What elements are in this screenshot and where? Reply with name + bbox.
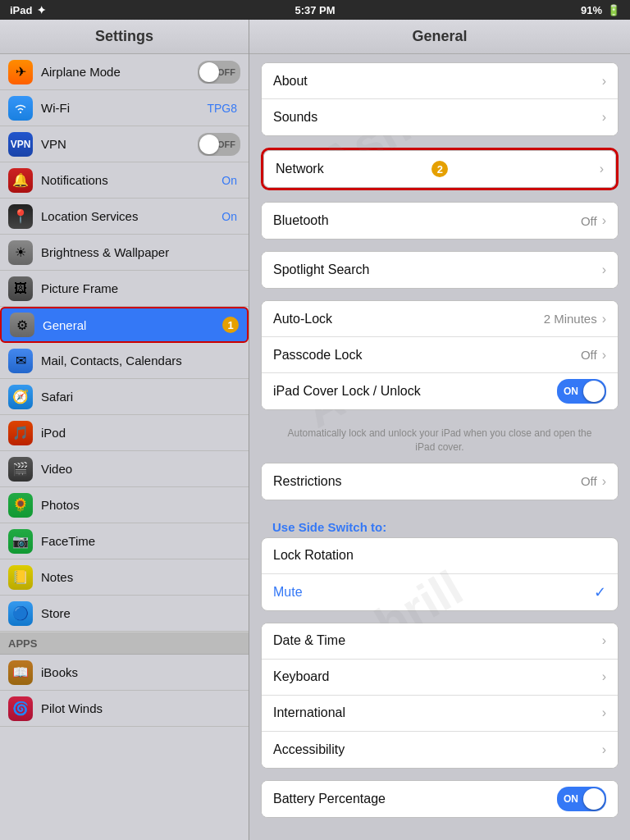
mail-icon: ✉ <box>8 349 33 373</box>
vpn-toggle[interactable]: OFF <box>198 133 240 156</box>
sidebar-item-ipod[interactable]: 🎵 iPod <box>0 415 249 451</box>
sidebar-item-airplane[interactable]: ✈ Airplane Mode OFF <box>0 54 249 90</box>
settings-row-network[interactable]: Network 2 › <box>264 151 615 187</box>
sidebar-item-notifications[interactable]: 🔔 Notifications On <box>0 162 249 199</box>
bluetooth-value: Off <box>581 214 597 228</box>
sidebar-item-vpn[interactable]: VPN VPN OFF <box>0 126 249 162</box>
settings-row-keyboard[interactable]: Keyboard › <box>262 660 618 696</box>
pictureframe-icon: 🖼 <box>8 276 33 301</box>
right-panel: Ashrill Ashrill Ashrill General About › … <box>249 20 630 840</box>
battery-icon: 🔋 <box>607 4 620 16</box>
ibooks-icon: 📖 <box>8 660 33 685</box>
about-chevron: › <box>602 74 606 89</box>
video-icon: 🎬 <box>8 457 33 482</box>
status-bar: iPad ✦ 5:37 PM 91% 🔋 <box>0 0 630 20</box>
passcode-value: Off <box>581 348 597 362</box>
location-label: Location Services <box>41 209 221 223</box>
airplane-toggle[interactable]: OFF <box>198 61 240 84</box>
notifications-icon: 🔔 <box>8 168 33 193</box>
datetime-chevron: › <box>602 633 606 648</box>
photos-label: Photos <box>41 498 240 512</box>
autolock-label: Auto-Lock <box>273 312 544 326</box>
brightness-label: Brightness & Wallpaper <box>41 245 240 259</box>
sounds-label: Sounds <box>273 110 602 125</box>
location-value: On <box>221 210 237 223</box>
notes-label: Notes <box>41 570 240 584</box>
general-badge: 1 <box>222 317 239 333</box>
mute-checkmark: ✓ <box>594 583 606 601</box>
bluetooth-chevron: › <box>602 213 606 228</box>
settings-row-international[interactable]: International › <box>262 696 618 732</box>
location-icon: 📍 <box>8 204 33 229</box>
settings-row-battery[interactable]: Battery Percentage ON <box>262 781 618 817</box>
spotlight-label: Spotlight Search <box>273 262 602 277</box>
settings-group-battery: Battery Percentage ON <box>261 780 619 818</box>
settings-row-autolock[interactable]: Auto-Lock 2 Minutes › <box>262 301 618 337</box>
mail-label: Mail, Contacts, Calendars <box>41 354 240 368</box>
settings-group-restrictions: Restrictions Off › <box>261 463 619 500</box>
settings-row-bluetooth[interactable]: Bluetooth Off › <box>262 203 618 239</box>
sidebar-item-photos[interactable]: 🌻 Photos <box>0 487 249 523</box>
sidebar-item-facetime[interactable]: 📷 FaceTime <box>0 523 249 559</box>
status-time: 5:37 PM <box>294 4 335 16</box>
international-chevron: › <box>602 705 606 720</box>
sidebar-item-brightness[interactable]: ☀ Brightness & Wallpaper <box>0 235 249 271</box>
battery-percentage-label: Battery Percentage <box>273 792 557 806</box>
restrictions-chevron: › <box>602 474 606 489</box>
wifi-icon <box>8 96 33 121</box>
settings-row-accessibility[interactable]: Accessibility › <box>262 732 618 768</box>
settings-row-spotlight[interactable]: Spotlight Search › <box>262 252 618 288</box>
settings-row-restrictions[interactable]: Restrictions Off › <box>262 463 618 500</box>
lockrotation-label: Lock Rotation <box>273 548 606 563</box>
settings-row-datetime[interactable]: Date & Time › <box>262 623 618 660</box>
sidebar-item-pictureframe[interactable]: 🖼 Picture Frame <box>0 271 249 307</box>
network-badge: 2 <box>431 161 448 177</box>
facetime-label: FaceTime <box>41 534 240 548</box>
right-content: About › Sounds › Network 2 › <box>249 54 630 840</box>
side-switch-row-lockrotation[interactable]: Lock Rotation <box>262 538 618 574</box>
sidebar-item-location[interactable]: 📍 Location Services On <box>0 199 249 235</box>
network-chevron: › <box>600 162 604 176</box>
settings-group-lock: Auto-Lock 2 Minutes › Passcode Lock Off … <box>261 300 619 410</box>
mute-label: Mute <box>273 585 594 600</box>
pilotwinds-label: Pilot Winds <box>41 701 240 715</box>
sidebar-item-video[interactable]: 🎬 Video <box>0 451 249 487</box>
general-icon: ⚙ <box>10 313 34 337</box>
autolock-chevron: › <box>602 312 606 326</box>
status-left: iPad ✦ <box>10 4 46 16</box>
sidebar-item-safari[interactable]: 🧭 Safari <box>0 379 249 415</box>
settings-group-network: Network 2 › <box>263 150 616 188</box>
status-right: 91% 🔋 <box>581 4 620 16</box>
ipod-icon: 🎵 <box>8 421 33 445</box>
passcode-label: Passcode Lock <box>273 348 581 363</box>
sidebar-item-notes[interactable]: 📒 Notes <box>0 559 249 596</box>
sidebar-item-general[interactable]: ⚙ General 1 <box>0 307 249 343</box>
general-label: General <box>43 318 217 332</box>
ipadcover-toggle[interactable]: ON <box>557 379 606 404</box>
settings-group-about: About › Sounds › <box>261 62 619 136</box>
network-highlight-border: Network 2 › <box>261 148 619 190</box>
battery-toggle[interactable]: ON <box>557 787 606 811</box>
sidebar-title: Settings <box>0 20 249 54</box>
ipad-label: iPad <box>10 4 32 16</box>
battery-label: 91% <box>581 4 602 16</box>
sidebar-item-ibooks[interactable]: 📖 iBooks <box>0 655 249 691</box>
sidebar-item-pilotwinds[interactable]: 🌀 Pilot Winds <box>0 691 249 727</box>
about-label: About <box>273 74 602 89</box>
restrictions-value: Off <box>581 474 597 488</box>
settings-group-spotlight: Spotlight Search › <box>261 251 619 289</box>
keyboard-label: Keyboard <box>273 669 602 684</box>
apps-section-divider: Apps <box>0 632 249 655</box>
sidebar-item-store[interactable]: 🔵 Store <box>0 596 249 632</box>
side-switch-row-mute[interactable]: Mute ✓ <box>262 574 618 610</box>
autolock-value: 2 Minutes <box>544 312 597 326</box>
sidebar-list: ✈ Airplane Mode OFF Wi-Fi TPG8 <box>0 54 249 840</box>
sidebar-item-mail[interactable]: ✉ Mail, Contacts, Calendars <box>0 343 249 379</box>
datetime-label: Date & Time <box>273 633 602 648</box>
settings-row-passcode[interactable]: Passcode Lock Off › <box>262 337 618 373</box>
settings-row-sounds[interactable]: Sounds › <box>262 99 618 135</box>
sidebar-item-wifi[interactable]: Wi-Fi TPG8 <box>0 90 249 126</box>
keyboard-chevron: › <box>602 669 606 684</box>
settings-row-about[interactable]: About › <box>262 63 618 99</box>
settings-row-ipadcover[interactable]: iPad Cover Lock / Unlock ON <box>262 373 618 409</box>
